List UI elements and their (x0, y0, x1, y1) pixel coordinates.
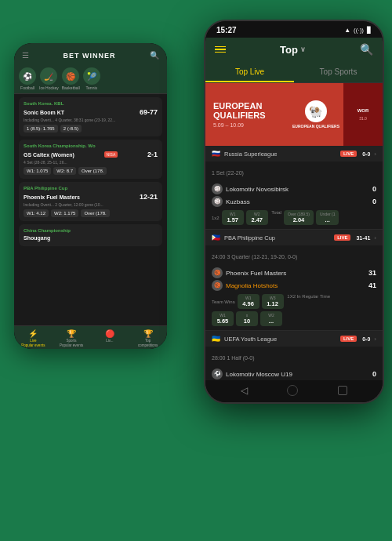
pba-odd-w1[interactable]: W1 4.96 (238, 294, 260, 309)
russia-league-name: Russia Superleague (224, 151, 336, 158)
tab-top-sports[interactable]: Top Sports (294, 61, 383, 82)
status-icons: ▲ ((·)) ▊ (344, 27, 372, 34)
back-nav-live2-label: Liv... (106, 339, 113, 343)
russia-team-2: 🏐 Kuzbass (212, 196, 361, 207)
section-header-uefa[interactable]: 🇺🇦 UEFA Youth League LIVE 0-0 › (205, 331, 383, 347)
russia-total-under[interactable]: Under (1 ... (316, 210, 339, 225)
back-nav-sports[interactable]: 🏆 SportsPopular events (53, 329, 91, 347)
back-odd-2a[interactable]: W1: 1.075 (24, 167, 51, 175)
sport-basketball[interactable]: 🏀 Basketball (62, 67, 80, 90)
back-team-4: Shougang (24, 235, 50, 241)
back-nba-badge: NISA (104, 151, 118, 158)
back-match-1[interactable]: South Korea. KBL Sonic Boom KT 69-77 Inc… (19, 97, 162, 136)
russia-odd-w2[interactable]: W2 2.47 (246, 210, 268, 225)
android-recent-btn[interactable] (338, 386, 347, 395)
back-info-3: Including Overti... 2 Quarter, 12:00 gon… (24, 202, 158, 207)
pba-1x2-w2[interactable]: W2 ... (260, 311, 282, 326)
back-league-4: China Championship (24, 228, 158, 233)
expand-icon-russia[interactable]: › (374, 151, 376, 158)
back-odd-2b[interactable]: W2: 8.7 (53, 167, 76, 175)
expand-icon-pba[interactable]: › (374, 234, 376, 241)
section-header-russia[interactable]: 🇷🇺 Russia Superleague LIVE 0-0 › (205, 146, 383, 162)
basketball-label: Basketball (62, 85, 80, 90)
sports-icon: 🏆 (67, 329, 76, 338)
russia-team-2-score: 0 (361, 198, 376, 205)
back-odd-3a[interactable]: W1: 4.12 (24, 209, 49, 217)
android-nav-bar: ◁ (205, 380, 383, 402)
menu-line-2 (215, 49, 226, 50)
pba-odd-w3[interactable]: W3 1.12 (262, 294, 284, 309)
live2-icon: 🔴 (105, 329, 114, 338)
sport-football[interactable]: ⚽ Football (19, 67, 36, 90)
russia-odds-row: 1x2 W1 1.57 W2 2.47 (212, 210, 376, 225)
back-nav-live2[interactable]: 🔴 Liv... (91, 329, 129, 347)
back-score-1: 69-77 (140, 108, 158, 116)
russia-odds-type-label: 1x2 (212, 210, 220, 225)
back-nav-live[interactable]: ⚡ LivePopular events (14, 329, 53, 347)
main-content: EUROPEANQUALIFIERS 5.09 – 10.09 🐏 EUROPE… (205, 83, 383, 380)
uefa-score-detail: 28:00 1 Half (0-0) (205, 347, 383, 365)
expand-icon-uefa[interactable]: › (374, 336, 376, 343)
sport-ice-hockey[interactable]: 🏒 Ice Hockey (39, 67, 59, 90)
pba-odd-w3-val: 1.12 (267, 300, 278, 307)
banner-side[interactable]: WOR 31.0 (343, 83, 383, 146)
android-home-btn[interactable] (287, 385, 298, 396)
russia-total-over[interactable]: Over (189.5) 2.04 (284, 210, 314, 225)
russia-score-header: 0-0 (361, 151, 370, 157)
back-score-2: 2-1 (147, 151, 158, 158)
back-match-4[interactable]: China Championship Shougang (19, 224, 162, 246)
menu-line-1 (215, 46, 226, 48)
russia-team-2-row: 🏐 Kuzbass 0 (212, 196, 376, 207)
back-odd-3b[interactable]: W2: 1.175 (51, 209, 78, 217)
lokomotiv-logo: 🏐 (212, 183, 223, 194)
hamburger-menu[interactable] (215, 46, 226, 53)
russia-odd-w1-val: 1.57 (227, 216, 238, 223)
pba-team-2-name: Magnolia Hotshots (226, 282, 278, 289)
back-odds-2: W1: 1.075 W2: 8.7 Over (178. (24, 167, 158, 175)
pba-1x2-label: 1X2 In Regular Time (286, 294, 330, 309)
section-header-pba[interactable]: 🇵🇭 PBA Philippine Cup LIVE 31-41 › (205, 230, 383, 245)
back-odd-2c[interactable]: Over (178. (78, 167, 107, 175)
banner-main[interactable]: EUROPEANQUALIFIERS 5.09 – 10.09 🐏 EUROPE… (205, 83, 343, 146)
android-back-btn[interactable]: ◁ (241, 385, 248, 396)
back-league-3: PBA Philippine Cup (24, 186, 158, 191)
pba-league-name: PBA Philippine Cup (224, 234, 330, 241)
live-badge-pba: LIVE (334, 234, 350, 241)
russia-over-val: 2.04 (293, 216, 305, 223)
back-team-1: Sonic Boom KT (24, 110, 64, 115)
search-icon[interactable]: 🔍 (360, 43, 373, 56)
back-odd-1b[interactable]: 2 (-8.5) (60, 125, 82, 133)
uefa-half-info: 28:00 1 Half (0-0) (212, 355, 254, 361)
back-search-icon[interactable]: 🔍 (150, 51, 159, 60)
back-logo: BET WINNER (64, 52, 116, 60)
sport-tennis[interactable]: 🎾 Tennis (83, 67, 100, 90)
back-menu-icon[interactable]: ☰ (22, 51, 29, 60)
russia-odd-w1[interactable]: W1 1.57 (222, 210, 244, 225)
back-match-3[interactable]: PBA Philippine Cup Phoenix Fuel Masters … (19, 182, 162, 221)
live-icon: ⚡ (28, 329, 38, 338)
russia-team-1-name: Lokomotiv Novosibirsk (226, 186, 289, 193)
back-odd-3c[interactable]: Over (178. (81, 209, 109, 217)
header-title[interactable]: Top ∨ (280, 44, 306, 56)
pba-1x2-w1[interactable]: W1 5.65 (212, 311, 234, 326)
chevron-down-icon: ∨ (300, 45, 306, 53)
uefa-team-1-row: ⚽ Lokomotiv Moscow U19 0 (212, 369, 376, 379)
banner-area: EUROPEANQUALIFIERS 5.09 – 10.09 🐏 EUROPE… (205, 83, 383, 146)
back-teams-1: Sonic Boom KT 69-77 (24, 108, 158, 116)
phoenix-logo: 🏀 (212, 267, 223, 278)
tab-top-live[interactable]: Top Live (205, 61, 294, 82)
tennis-icon: 🎾 (83, 67, 100, 85)
pba-1x2-w2-val: ... (269, 318, 274, 325)
header-title-text: Top (280, 44, 298, 56)
wifi-icon: ((·)) (354, 27, 364, 34)
russia-flag: 🇷🇺 (212, 150, 220, 158)
back-match-2[interactable]: South Korea Championship. Wo GS Caltex (… (19, 140, 162, 179)
back-info-2: 4 Set (28-28, 25-11, 26... (24, 160, 158, 165)
uefa-team-1: ⚽ Lokomotiv Moscow U19 (212, 369, 361, 379)
live-badge-uefa: LIVE (340, 336, 357, 342)
basketball-icon: 🏀 (62, 67, 79, 85)
pba-1x2-x[interactable]: x 10 (236, 311, 258, 326)
pba-quarter-info: 24:00 3 Quarter (12-21, 19-20, 0-0) (212, 254, 297, 260)
back-odd-1a[interactable]: 1 (8.5): 1.765 (24, 125, 58, 133)
back-nav-top[interactable]: 🏆 Topcompetitions (129, 329, 167, 347)
